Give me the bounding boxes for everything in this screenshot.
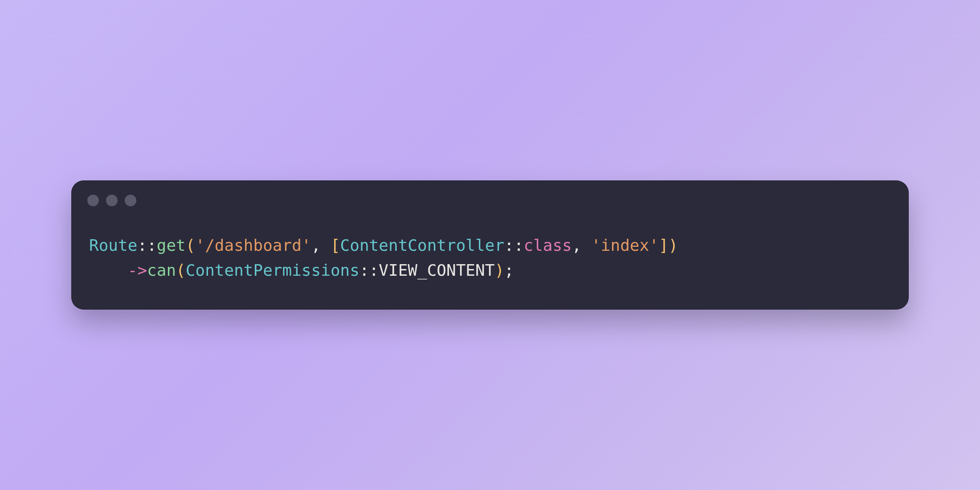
- token-bracket-close: ]: [659, 236, 669, 254]
- window-dot-minimize-icon[interactable]: [106, 195, 118, 206]
- token-scope-op: ::: [137, 236, 156, 254]
- token-indent: [89, 258, 128, 283]
- code-window: Route::get('/dashboard', [ContentControl…: [71, 180, 909, 310]
- token-semicolon: ;: [504, 261, 514, 279]
- window-dot-zoom-icon[interactable]: [125, 195, 136, 206]
- token-bracket-open: [: [331, 236, 340, 254]
- token-constant-view-content: VIEW_CONTENT: [379, 261, 494, 279]
- token-arrow: ->: [128, 261, 147, 279]
- code-block: Route::get('/dashboard', [ContentControl…: [71, 206, 909, 283]
- token-paren-close: ): [494, 261, 504, 279]
- token-class-permissions: ContentPermissions: [186, 261, 359, 279]
- background: Route::get('/dashboard', [ContentControl…: [0, 0, 980, 490]
- token-class-route: Route: [89, 236, 137, 254]
- token-scope-op: ::: [359, 261, 379, 279]
- token-scope-op: ::: [504, 236, 523, 254]
- window-dot-close-icon[interactable]: [87, 195, 99, 206]
- token-class-controller: ContentController: [340, 236, 504, 254]
- token-paren-open: (: [176, 261, 186, 279]
- token-paren-open: (: [186, 236, 196, 254]
- token-comma: ,: [572, 236, 591, 254]
- token-string-path: '/dashboard': [195, 236, 311, 254]
- token-method-can: can: [147, 261, 176, 279]
- token-comma: ,: [311, 236, 331, 254]
- window-titlebar: [71, 180, 909, 206]
- token-paren-close: ): [669, 236, 678, 254]
- token-method-get: get: [157, 236, 186, 254]
- token-keyword-class: class: [523, 236, 572, 254]
- token-string-index: 'index': [591, 236, 659, 254]
